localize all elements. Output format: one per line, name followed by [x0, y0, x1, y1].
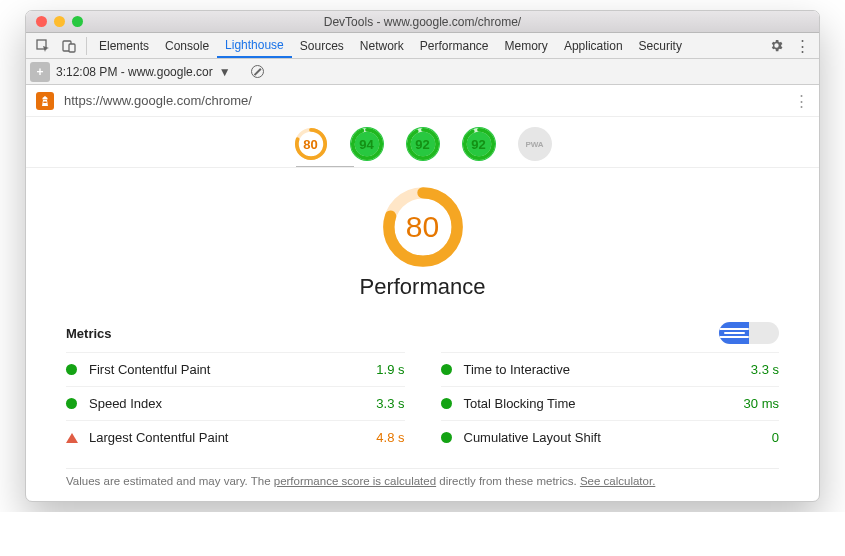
tab-lighthouse[interactable]: Lighthouse — [217, 34, 292, 58]
metrics-section: Metrics First Contentful Paint1.9 sTime … — [26, 322, 819, 460]
clear-icon[interactable] — [251, 65, 264, 78]
metric-value: 1.9 s — [376, 362, 404, 377]
metric-name: Total Blocking Time — [464, 396, 744, 411]
performance-gauge: 80 — [382, 186, 464, 268]
dropdown-caret-icon[interactable]: ▼ — [219, 65, 231, 79]
pass-dot-icon — [66, 364, 77, 375]
svg-point-10 — [464, 130, 492, 158]
lighthouse-logo-icon — [36, 92, 54, 110]
svg-point-6 — [352, 130, 380, 158]
metric-value: 30 ms — [744, 396, 779, 411]
new-report-button[interactable]: + — [30, 62, 50, 82]
gauge-94[interactable]: 94 — [350, 127, 384, 161]
lighthouse-toolbar: + 3:12:08 PM - www.google.cor ▼ — [26, 59, 819, 85]
metric-name: Largest Contentful Paint — [89, 430, 376, 445]
inspect-element-icon[interactable] — [30, 39, 56, 53]
device-toolbar-icon[interactable] — [56, 39, 82, 53]
metric-name: Time to Interactive — [464, 362, 751, 377]
metric-value: 4.8 s — [376, 430, 404, 445]
url-bar: https://www.google.com/chrome/ ⋮ — [26, 85, 819, 117]
metric-row: Largest Contentful Paint4.8 s — [66, 420, 405, 454]
tab-console[interactable]: Console — [157, 33, 217, 58]
gauge-80[interactable]: 80 — [294, 127, 328, 161]
gauge-92[interactable]: 92 — [462, 127, 496, 161]
svg-rect-2 — [69, 44, 75, 52]
report-url: https://www.google.com/chrome/ — [64, 93, 252, 108]
gauge-PWA[interactable]: PWA — [518, 127, 552, 161]
pass-dot-icon — [441, 398, 452, 409]
devtools-window: DevTools - www.google.com/chrome/ Elemen… — [25, 10, 820, 502]
metrics-view-toggle[interactable] — [719, 322, 779, 344]
pass-dot-icon — [66, 398, 77, 409]
metric-row: Speed Index3.3 s — [66, 386, 405, 420]
score-calc-link[interactable]: performance score is calculated — [274, 475, 436, 487]
metric-row: Time to Interactive3.3 s — [441, 352, 780, 386]
metric-name: Cumulative Layout Shift — [464, 430, 772, 445]
warning-triangle-icon — [66, 433, 78, 443]
metric-value: 3.3 s — [376, 396, 404, 411]
devtools-tabbar: ElementsConsoleLighthouseSourcesNetworkP… — [26, 33, 819, 59]
svg-point-8 — [408, 130, 436, 158]
toggle-expanded-icon[interactable] — [719, 322, 749, 344]
tab-memory[interactable]: Memory — [497, 33, 556, 58]
tab-elements[interactable]: Elements — [91, 33, 157, 58]
report-menu-icon[interactable]: ⋮ — [794, 92, 809, 110]
metric-row: Cumulative Layout Shift0 — [441, 420, 780, 454]
tab-performance[interactable]: Performance — [412, 33, 497, 58]
tab-application[interactable]: Application — [556, 33, 631, 58]
metrics-heading: Metrics — [66, 326, 112, 341]
section-title: Performance — [26, 274, 819, 300]
performance-hero: 80 Performance — [26, 168, 819, 308]
pass-dot-icon — [441, 432, 452, 443]
titlebar: DevTools - www.google.com/chrome/ — [26, 11, 819, 33]
metric-value: 3.3 s — [751, 362, 779, 377]
tab-network[interactable]: Network — [352, 33, 412, 58]
metric-value: 0 — [772, 430, 779, 445]
gauge-92[interactable]: 92 — [406, 127, 440, 161]
metric-name: Speed Index — [89, 396, 376, 411]
report-timestamp: 3:12:08 PM - www.google.cor — [56, 65, 213, 79]
toggle-collapsed-icon[interactable] — [749, 322, 779, 344]
more-menu-icon[interactable]: ⋮ — [789, 37, 815, 55]
settings-gear-icon[interactable] — [763, 38, 789, 53]
metrics-footnote: Values are estimated and may vary. The p… — [66, 468, 779, 487]
metric-row: Total Blocking Time30 ms — [441, 386, 780, 420]
active-gauge-underline — [296, 166, 354, 167]
metric-row: First Contentful Paint1.9 s — [66, 352, 405, 386]
metric-name: First Contentful Paint — [89, 362, 376, 377]
tab-sources[interactable]: Sources — [292, 33, 352, 58]
pass-dot-icon — [441, 364, 452, 375]
tab-security[interactable]: Security — [631, 33, 690, 58]
see-calculator-link[interactable]: See calculator. — [580, 475, 655, 487]
category-gauges: 80949292PWA — [26, 117, 819, 167]
window-title: DevTools - www.google.com/chrome/ — [26, 15, 819, 29]
